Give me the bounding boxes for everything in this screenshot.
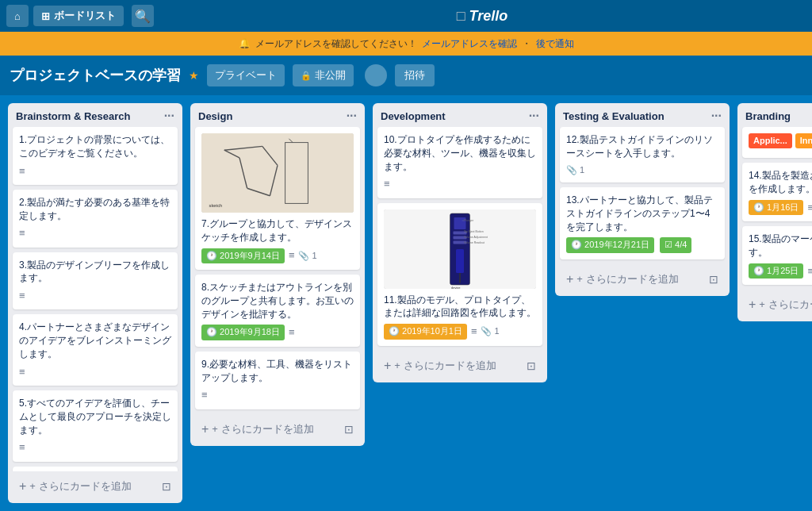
attachment-count: 📎 1	[566, 164, 584, 176]
list-item[interactable]: 5.すべてのアイデアを評価し、チームとして最良のアプローチを決定します。 ≡	[13, 390, 178, 462]
list-title-development: Development	[381, 110, 446, 122]
label-badge: Innova...	[795, 133, 812, 148]
list-header-design: Design ···	[190, 103, 365, 127]
visibility-button[interactable]: 🔒 非公開	[293, 64, 354, 86]
due-date-badge: 🕐 2019年9月14日	[201, 248, 285, 263]
description-icon: ≡	[289, 325, 295, 340]
list-item[interactable]: 3.製品のデザインブリーフを作成します。 ≡	[13, 252, 178, 310]
list-item[interactable]: device Plunger Tip Eject Button Volume A…	[377, 203, 542, 346]
svg-text:sketch: sketch	[209, 203, 223, 208]
home-button[interactable]: ⌂	[6, 5, 29, 27]
svg-text:device: device	[451, 286, 461, 289]
description-icon: ≡	[19, 289, 25, 303]
list-testing: Testing & Evaluation ··· 12.製品テストガイドラインの…	[555, 103, 730, 296]
star-button[interactable]: ★	[189, 69, 199, 82]
invite-label: 招待	[404, 69, 425, 81]
list-item[interactable]: Applic... Innova...	[742, 127, 812, 158]
list-item[interactable]: sketch 7.グループと協力して、デザインスケッチを作成します。 🕐 201…	[195, 127, 360, 270]
topbar: ⌂ ⊞ ボードリスト 🔍 □ Trello	[0, 0, 812, 32]
svg-text:Volume Adjustment: Volume Adjustment	[464, 236, 488, 239]
attachment-count: 📎 1	[481, 325, 499, 337]
due-date-badge: 🕐 2019年9月18日	[201, 325, 285, 340]
description-icon: ≡	[807, 201, 812, 215]
board-list-button[interactable]: ⊞ ボードリスト	[33, 6, 124, 26]
notification-message: メールアドレスを確認してください！	[255, 37, 417, 51]
add-card-button-development[interactable]: + + さらにカードを追加 ⊡	[377, 354, 542, 378]
notification-bar: 🔔 メールアドレスを確認してください！ メールアドレスを確認 ・ 後で通知	[0, 32, 812, 56]
list-development: Development ··· 10.プロトタイプを作成するために必要な材料、ツ…	[373, 103, 547, 382]
plus-icon: +	[384, 359, 391, 373]
add-card-label: + さらにカードを追加	[212, 422, 313, 436]
description-icon: ≡	[807, 264, 812, 279]
add-card-button-brainstorm[interactable]: + + さらにカードを追加 ⊡	[13, 474, 178, 498]
template-icon: ⊡	[344, 423, 354, 436]
invite-button[interactable]: 招待	[395, 64, 435, 86]
description-icon: ≡	[384, 177, 390, 191]
list-branding: Branding ··· Applic... Innova... 14.製品を製…	[737, 103, 812, 321]
list-header-branding: Branding ···	[737, 103, 812, 127]
list-header-development: Development ···	[373, 103, 547, 127]
list-title-testing: Testing & Evaluation	[563, 110, 665, 122]
list-title-brainstorm: Brainstorm & Research	[16, 110, 131, 122]
list-design: Design ··· sketch	[190, 103, 365, 446]
list-item[interactable]: 1.プロジェクトの背景については、このビデオをご覧ください。 ≡	[13, 127, 178, 185]
add-card-label: + さらにカードを追加	[759, 298, 812, 312]
list-cards-testing: 12.製品テストガイドラインのリソースシートを入手します。 📎 1 13.パート…	[555, 127, 730, 264]
description-icon: ≡	[201, 388, 208, 402]
list-cards-branding: Applic... Innova... 14.製品を製造および販売する会社を作成…	[737, 127, 812, 290]
later-link[interactable]: 後で通知	[536, 37, 574, 51]
list-item[interactable]: 10.プロトタイプを作成するために必要な材料、ツール、機器を収集します。 ≡	[377, 127, 542, 198]
list-item[interactable]: 4.パートナーとさまざまなデザインのアイデアをブレインストーミングします。 ≡	[13, 314, 178, 386]
attachment-count: 📎 1	[298, 250, 316, 262]
notification-bell-icon: 🔔	[239, 38, 251, 49]
svg-rect-15	[456, 249, 464, 273]
trello-logo: □ Trello	[159, 8, 806, 25]
list-item[interactable]: 13.パートナーと協力して、製品テストガイドラインのステップ1〜4を完了します。…	[560, 187, 725, 259]
description-icon: ≡	[19, 226, 25, 240]
svg-text:Volume Readout: Volume Readout	[464, 241, 485, 244]
add-card-label: + さらにカードを追加	[576, 272, 678, 286]
list-header-testing: Testing & Evaluation ···	[555, 103, 730, 127]
description-icon: ≡	[19, 365, 25, 379]
list-item[interactable]: 6.デザインのアイデアについて教師の承認を得る。 🕐 2019年9月3日	[13, 467, 178, 472]
board-title: プロジェクトベースの学習	[10, 66, 181, 85]
list-item[interactable]: 12.製品テストガイドラインのリソースシートを入手します。 📎 1	[560, 127, 725, 182]
card-image: device Plunger Tip Eject Button Volume A…	[384, 209, 536, 289]
confirm-email-link[interactable]: メールアドレスを確認	[422, 37, 517, 51]
plus-icon: +	[749, 298, 756, 312]
add-card-button-testing[interactable]: + + さらにカードを追加 ⊡	[560, 267, 725, 291]
list-item[interactable]: 8.スケッチまたはアウトラインを別のグループと共有します。お互いのデザインを批評…	[195, 275, 360, 347]
template-icon: ⊡	[162, 480, 171, 493]
board-list-icon: ⊞	[41, 10, 50, 22]
list-header-brainstorm: Brainstorm & Research ···	[8, 103, 182, 127]
list-cards-design: sketch 7.グループと協力して、デザインスケッチを作成します。 🕐 201…	[190, 127, 365, 414]
list-menu-button-brainstorm[interactable]: ···	[164, 110, 174, 122]
list-item[interactable]: 9.必要な材料、工具、機器をリストアップします。 ≡	[195, 352, 360, 409]
description-icon: ≡	[289, 248, 295, 263]
list-title-design: Design	[198, 110, 232, 122]
list-item[interactable]: 2.製品が満たす必要のある基準を特定します。 ≡	[13, 190, 178, 248]
notification-separator: ・	[522, 37, 531, 51]
add-card-button-branding[interactable]: + + さらにカードを追加 ⊡	[742, 293, 812, 317]
plus-icon: +	[566, 272, 573, 286]
add-card-button-design[interactable]: + + さらにカードを追加 ⊡	[195, 417, 360, 441]
due-date-badge: 🕐 1月16日	[749, 200, 803, 215]
add-card-label: + さらにカードを追加	[394, 359, 496, 373]
description-icon: ≡	[19, 164, 25, 179]
due-date-badge: 🕐 1月25日	[749, 263, 803, 279]
checklist-badge: ☑ 4/4	[660, 237, 691, 252]
private-button[interactable]: プライベート	[207, 64, 285, 86]
svg-text:Tip Eject Button: Tip Eject Button	[464, 230, 484, 233]
list-menu-button-development[interactable]: ···	[529, 110, 539, 122]
list-item[interactable]: 14.製品を製造および販売する会社を作成します。 🕐 1月16日 ≡	[742, 163, 812, 221]
list-item[interactable]: 15.製品のマーケティングをします。 🕐 1月25日 ≡	[742, 226, 812, 285]
search-button[interactable]: 🔍	[132, 5, 154, 27]
label-badge: Applic...	[749, 133, 792, 148]
board-list-label: ボードリスト	[54, 9, 116, 23]
add-card-label: + さらにカードを追加	[29, 479, 131, 494]
list-menu-button-design[interactable]: ···	[347, 110, 357, 122]
plus-icon: +	[201, 422, 209, 436]
list-menu-button-testing[interactable]: ···	[711, 110, 722, 122]
list-cards-brainstorm: 1.プロジェクトの背景については、このビデオをご覧ください。 ≡ 2.製品が満た…	[8, 127, 182, 471]
template-icon: ⊡	[527, 359, 536, 372]
